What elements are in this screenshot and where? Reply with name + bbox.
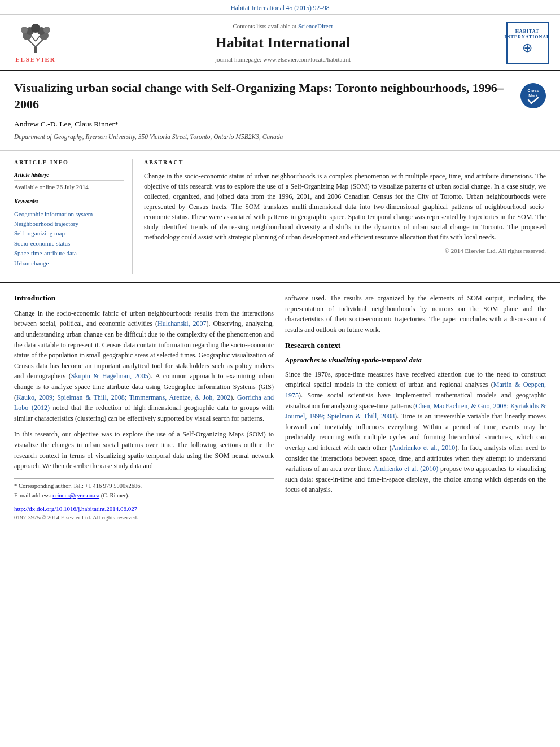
page: Habitat International 45 (2015) 92–98 — [0, 0, 560, 747]
research-context-paragraph: Since the 1970s, space-time measures hav… — [285, 369, 546, 495]
keywords-title: Keywords: — [14, 198, 124, 207]
email-note: E-mail address: crinner@ryerson.ca (C. R… — [14, 492, 274, 500]
doi-link[interactable]: http://dx.doi.org/10.1016/j.habitatint.2… — [14, 505, 137, 512]
article-title-row: Visualizing urban social change with Sel… — [14, 80, 546, 112]
email-link[interactable]: crinner@ryerson.ca — [53, 492, 99, 499]
keywords-group: Keywords: Geographic information system … — [14, 198, 124, 268]
elsevier-tree-icon — [16, 21, 55, 54]
article-history-group: Article history: Available online 26 Jul… — [14, 171, 124, 191]
intro-paragraph-2: In this research, our objective was to e… — [14, 429, 274, 471]
journal-name: Habitat International — [72, 33, 493, 53]
journal-citation: Habitat International 45 (2015) 92–98 — [230, 5, 329, 11]
keyword-5: Space-time-attribute data — [14, 248, 124, 258]
article-title-section: Visualizing urban social change with Sel… — [0, 71, 560, 151]
keyword-6: Urban change — [14, 259, 124, 268]
svg-rect-0 — [34, 47, 37, 53]
content-right-column: software used. The results are organized… — [285, 293, 546, 522]
authors: Andrew C.-D. Lee, Claus Rinner* — [14, 119, 546, 130]
abstract-column: ABSTRACT Change in the socio-economic st… — [144, 159, 546, 274]
article-history-title: Article history: — [14, 171, 124, 181]
intro-continuation: software used. The results are organized… — [285, 293, 546, 335]
crossmark-circle: Cross Mark — [520, 83, 546, 108]
article-main-title: Visualizing urban social change with Sel… — [14, 80, 512, 112]
doi-line: http://dx.doi.org/10.1016/j.habitatint.2… — [14, 505, 274, 513]
keyword-3: Self-organizing map — [14, 229, 124, 238]
corresponding-author-note: * Corresponding author. Tel.: +1 416 979… — [14, 482, 274, 491]
journal-header: ELSEVIER Contents lists available at Sci… — [0, 15, 560, 71]
footnote-section: * Corresponding author. Tel.: +1 416 979… — [14, 478, 274, 500]
content-left-column: Introduction Change in the socio-economi… — [14, 293, 274, 522]
intro-paragraph-1: Change in the socio-economic fabric of u… — [14, 308, 274, 424]
journal-citation-bar: Habitat International 45 (2015) 92–98 — [0, 0, 560, 15]
ref-andrienko[interactable]: Andrienko et al., 2010 — [392, 444, 455, 452]
article-info-abstract-section: ARTICLE INFO Article history: Available … — [0, 151, 560, 283]
habitat-international-logo: HABITAT INTERNATIONAL ⊕ — [505, 20, 550, 65]
svg-point-11 — [43, 27, 50, 33]
research-context-heading: Research context — [285, 340, 546, 351]
sciencedirect-link[interactable]: ScienceDirect — [298, 23, 333, 29]
keyword-2: Neighbourhood trajectory — [14, 219, 124, 229]
contents-line: Contents lists available at ScienceDirec… — [72, 22, 493, 30]
habitat-logo-box: HABITAT INTERNATIONAL ⊕ — [506, 22, 549, 64]
main-content: Introduction Change in the socio-economi… — [0, 283, 560, 522]
ref-skupin[interactable]: Skupin & Hagelman, 2005 — [71, 372, 148, 380]
keywords-list: Geographic information system Neighbourh… — [14, 209, 124, 268]
elsevier-logo: ELSEVIER — [10, 21, 61, 64]
affiliation: Department of Geography, Ryerson Univers… — [14, 132, 546, 141]
elsevier-brand-text: ELSEVIER — [15, 55, 56, 64]
journal-homepage: journal homepage: www.elsevier.com/locat… — [72, 55, 493, 64]
abstract-text: Change in the socio-economic status of u… — [144, 171, 546, 242]
keyword-1: Geographic information system — [14, 209, 124, 219]
issn-line: 0197-3975/© 2014 Elsevier Ltd. All right… — [14, 514, 274, 522]
available-online: Available online 26 July 2014 — [14, 183, 124, 191]
svg-text:Mark: Mark — [528, 94, 537, 98]
introduction-heading: Introduction — [14, 293, 274, 304]
habitat-logo-text: HABITAT INTERNATIONAL — [505, 29, 550, 40]
habitat-globe-icon: ⊕ — [522, 40, 532, 57]
svg-text:Cross: Cross — [528, 89, 539, 93]
keyword-4: Socio-economic status — [14, 239, 124, 248]
article-info-column: ARTICLE INFO Article history: Available … — [14, 159, 133, 274]
ref-andrienko2[interactable]: Andrienko et al. (2010) — [373, 465, 438, 473]
ref-chen[interactable]: Chen, MacEachren, & Guo, 2008; Kyriakidi… — [285, 402, 546, 421]
ref-kauko[interactable]: Kauko, 2009; Spielman & Thill, 2008; Tim… — [16, 394, 230, 401]
svg-point-9 — [31, 24, 40, 33]
crossmark-badge[interactable]: Cross Mark — [520, 83, 546, 108]
approaches-subheading: Approaches to visualizing spatio-tempora… — [285, 356, 546, 366]
journal-title-area: Contents lists available at ScienceDirec… — [72, 22, 493, 64]
ref-hulchanski[interactable]: Hulchanski, 2007 — [158, 320, 207, 327]
svg-point-10 — [21, 27, 28, 33]
abstract-label: ABSTRACT — [144, 159, 546, 167]
article-info-label: ARTICLE INFO — [14, 159, 124, 167]
ref-martin[interactable]: Martin & Oeppen, 1975 — [285, 381, 546, 399]
copyright-line: © 2014 Elsevier Ltd. All rights reserved… — [144, 247, 546, 255]
